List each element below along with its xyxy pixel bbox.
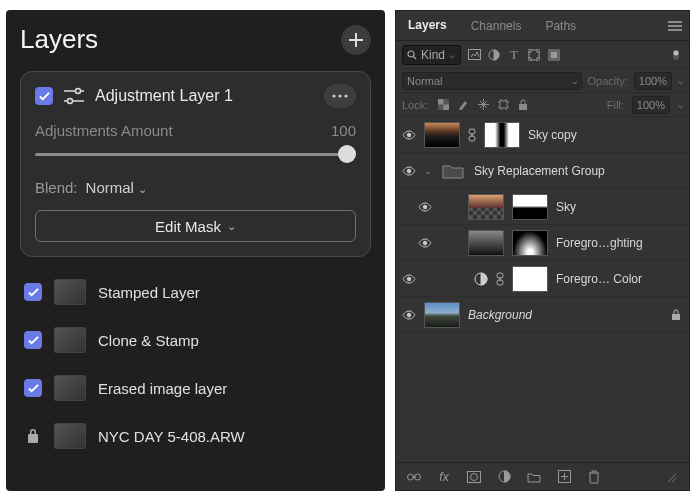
layer-row-group[interactable]: ⌄ Sky Replacement Group [396,153,689,189]
svg-rect-15 [528,49,531,52]
layer-name: Background [468,308,532,322]
lock-pixels-icon[interactable] [456,99,470,111]
slider-thumb[interactable] [338,145,356,163]
filter-kind-select[interactable]: Kind ⌵ [402,45,461,65]
group-icon[interactable] [526,471,542,483]
adjustment-layer-name[interactable]: Adjustment Layer 1 [95,87,314,105]
list-item[interactable]: Clone & Stamp [20,321,371,359]
layer-name: Sky Replacement Group [474,164,605,178]
tab-paths[interactable]: Paths [533,11,588,40]
filter-toggle-switch[interactable] [669,48,683,62]
svg-rect-12 [468,50,480,60]
layer-thumbnail [468,194,504,220]
filter-shape-icon[interactable] [527,48,541,62]
layer-row-fore-light[interactable]: Foregro…ghting [396,225,689,261]
mask-thumbnail [484,122,520,148]
layer-thumbnail [54,327,86,353]
svg-rect-16 [537,49,540,52]
link-layers-icon[interactable] [406,472,422,482]
svg-line-50 [672,478,676,482]
chevron-down-icon: ⌵ [449,50,454,60]
svg-rect-26 [500,101,507,108]
svg-point-31 [407,169,411,173]
svg-rect-20 [551,52,557,58]
layer-thumbnail [54,423,86,449]
delete-layer-icon[interactable] [586,470,602,484]
layers-footer: fx [396,462,689,490]
chevron-down-icon[interactable]: ⌵ [678,100,683,110]
visibility-toggle[interactable] [402,274,416,284]
svg-point-1 [76,89,81,94]
filter-pixel-icon[interactable] [467,48,481,62]
tab-layers[interactable]: Layers [396,11,459,40]
visibility-toggle[interactable] [402,130,416,140]
svg-point-3 [68,99,73,104]
filter-adjustment-icon[interactable] [487,48,501,62]
lock-transparent-icon[interactable] [436,99,450,111]
opacity-input[interactable]: 100% [634,72,672,90]
blend-toolbar: Normal⌵ Opacity: 100% ⌵ [396,69,689,93]
filter-smart-icon[interactable] [547,48,561,62]
chevron-down-icon[interactable]: ⌄ [424,166,432,176]
desktop-layers-panel: Layers Channels Paths Kind ⌵ T Normal⌵ O… [395,10,690,491]
svg-point-27 [407,133,411,137]
list-item[interactable]: Stamped Layer [20,273,371,311]
adjustment-layer-icon[interactable] [496,470,512,483]
visibility-toggle[interactable] [402,310,416,320]
visibility-toggle[interactable] [418,202,432,212]
svg-point-32 [423,205,427,209]
amount-value: 100 [331,122,356,139]
resize-grip-icon[interactable] [663,471,679,483]
layer-row-sky[interactable]: Sky [396,189,689,225]
visibility-toggle[interactable] [402,166,416,176]
lock-toolbar: Lock: Fill: 100% ⌵ [396,93,689,117]
svg-point-10 [408,51,414,57]
fx-icon[interactable]: fx [436,470,452,484]
layer-name: Sky copy [528,128,577,142]
panel-menu-icon[interactable] [667,21,689,31]
panel-tabs: Layers Channels Paths [396,11,689,41]
link-icon [468,128,476,142]
tab-channels[interactable]: Channels [459,11,534,40]
blend-mode-select[interactable]: Normal ⌄ [86,179,148,196]
chevron-down-icon[interactable]: ⌵ [678,76,683,86]
layer-name: Sky [556,200,576,214]
fill-input[interactable]: 100% [632,96,670,114]
list-item[interactable]: NYC DAY 5-408.ARW [20,417,371,455]
svg-point-33 [423,241,427,245]
blend-mode-select[interactable]: Normal⌵ [402,72,582,90]
edit-mask-button[interactable]: Edit Mask⌄ [35,210,356,242]
layer-row-background[interactable]: Background [396,297,689,333]
amount-label: Adjustments Amount [35,122,173,139]
layer-row-fore-color[interactable]: Foregro… Color [396,261,689,297]
add-layer-button[interactable] [341,25,371,55]
lock-position-icon[interactable] [476,99,490,111]
visibility-checkbox[interactable] [24,379,42,397]
adjustment-layer-card: Adjustment Layer 1 Adjustments Amount 10… [20,71,371,257]
svg-point-22 [674,50,679,55]
lock-all-icon[interactable] [516,99,530,111]
chevron-down-icon: ⌄ [138,183,147,195]
layer-thumbnail [54,375,86,401]
filter-toolbar: Kind ⌵ T [396,41,689,69]
list-item[interactable]: Erased image layer [20,369,371,407]
link-icon [496,272,504,286]
visibility-checkbox[interactable] [24,331,42,349]
layers-tree: Sky copy ⌄ Sky Replacement Group Sky For… [396,117,689,490]
fill-label: Fill: [607,99,624,111]
visibility-checkbox[interactable] [24,283,42,301]
filter-type-icon[interactable]: T [507,48,521,62]
mask-icon[interactable] [466,471,482,483]
new-layer-icon[interactable] [556,470,572,483]
lock-artboard-icon[interactable] [496,99,510,111]
mask-thumbnail [512,266,548,292]
chevron-down-icon: ⌄ [227,220,236,233]
panel-title: Layers [20,24,98,55]
layer-row-sky-copy[interactable]: Sky copy [396,117,689,153]
amount-slider[interactable] [35,145,356,163]
svg-point-34 [407,277,411,281]
visibility-toggle[interactable] [418,238,432,248]
visibility-checkbox[interactable] [35,87,53,105]
mobile-layers-panel: Layers Adjustment Layer 1 Adjustments Am… [6,10,385,491]
layer-more-button[interactable] [324,84,356,108]
